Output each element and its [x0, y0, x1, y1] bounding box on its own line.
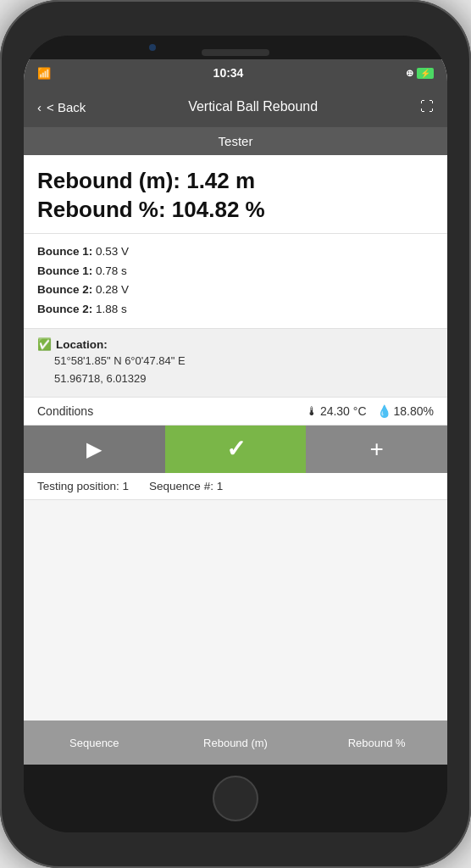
bounce2v-label: Bounce 2:	[37, 283, 92, 296]
bounce1v-label: Bounce 1:	[37, 245, 92, 258]
plus-icon: +	[370, 436, 384, 463]
expand-icon[interactable]: ⛶	[420, 99, 434, 114]
rebound-pct-value: Rebound %: 104.82 %	[37, 196, 434, 225]
control-bar: ▶ ✓ +	[24, 426, 447, 473]
phone-screen: 📶 10:34 ⊕ ⚡ ‹ < Back Vertical Ball Rebou…	[24, 59, 447, 765]
coords-line1: 51°58'1.85" N 6°0'47.84" E	[54, 353, 434, 370]
testing-info: Testing position: 1 Sequence #: 1	[24, 473, 447, 500]
tab-bar: Sequence Rebound (m) Rebound %	[24, 721, 447, 765]
temp-reading: 24.30 °C	[320, 404, 367, 418]
bounce1s-label: Bounce 1:	[37, 264, 92, 277]
confirm-button[interactable]: ✓	[165, 426, 307, 473]
bounce1v-value: 0.53 V	[96, 245, 129, 258]
list-item: Bounce 2: 1.88 s	[37, 300, 434, 320]
sequence-number: Sequence #: 1	[149, 480, 223, 492]
battery-icon: ⚡	[417, 68, 434, 79]
status-right: ⊕ ⚡	[406, 68, 434, 79]
location-title: ✅ Location:	[37, 337, 434, 351]
thermometer-icon: 🌡	[306, 404, 318, 418]
status-time: 10:34	[213, 66, 244, 80]
list-item: Bounce 1: 0.53 V	[37, 242, 434, 262]
nav-title: Vertical Ball Rebound	[188, 99, 318, 114]
tab-sequence-label: Sequence	[69, 737, 119, 749]
check-icon: ✓	[226, 435, 246, 463]
speaker	[202, 49, 269, 56]
play-icon: ▶	[86, 437, 102, 461]
back-chevron-icon: ‹	[37, 100, 42, 114]
list-item: Bounce 1: 0.78 s	[37, 262, 434, 281]
location-block: ✅ Location: 51°58'1.85" N 6°0'47.84" E 5…	[24, 329, 447, 398]
location-check-icon: ✅	[37, 337, 52, 351]
location-coords: 51°58'1.85" N 6°0'47.84" E 51.96718, 6.0…	[37, 353, 434, 388]
tab-rebound-pct[interactable]: Rebound %	[306, 721, 447, 765]
location-status-icon: ⊕	[406, 68, 413, 79]
camera-dot	[149, 44, 156, 51]
temperature-value: 🌡 24.30 °C	[306, 404, 367, 418]
bounce-details: Bounce 1: 0.53 V Bounce 1: 0.78 s Bounce…	[24, 234, 447, 330]
phone-frame: 📶 10:34 ⊕ ⚡ ‹ < Back Vertical Ball Rebou…	[0, 0, 471, 868]
play-button[interactable]: ▶	[24, 426, 165, 473]
humidity-reading: 18.80%	[394, 404, 434, 418]
conditions-values: 🌡 24.30 °C 💧 18.80%	[306, 404, 434, 418]
testing-position: Testing position: 1	[37, 480, 129, 492]
humidity-value: 💧 18.80%	[377, 404, 434, 418]
back-label: < Back	[47, 100, 86, 114]
tab-rebound-m-label: Rebound (m)	[203, 737, 268, 749]
bounce2s-value: 1.88 s	[96, 303, 127, 315]
status-left: 📶	[37, 67, 51, 80]
rebound-m-value: Rebound (m): 1.42 m	[37, 167, 434, 196]
tab-rebound-pct-label: Rebound %	[348, 737, 406, 749]
tester-label: Tester	[219, 134, 253, 148]
conditions-label: Conditions	[37, 404, 299, 418]
tester-section: Tester	[24, 127, 447, 155]
bounce2v-value: 0.28 V	[96, 283, 129, 296]
home-button[interactable]	[213, 776, 258, 821]
list-item: Bounce 2: 0.28 V	[37, 281, 434, 300]
wifi-icon: 📶	[37, 67, 51, 80]
phone-body: 📶 10:34 ⊕ ⚡ ‹ < Back Vertical Ball Rebou…	[24, 36, 447, 832]
main-content: Rebound (m): 1.42 m Rebound %: 104.82 % …	[24, 155, 447, 765]
coords-line2: 51.96718, 6.01329	[54, 370, 434, 388]
location-label: Location:	[56, 338, 108, 351]
nav-bar: ‹ < Back Vertical Ball Rebound ⛶	[24, 86, 447, 127]
phone-notch	[24, 36, 447, 59]
bounce1s-value: 0.78 s	[96, 264, 127, 277]
phone-bottom	[24, 765, 447, 832]
conditions-bar: Conditions 🌡 24.30 °C 💧 18.80%	[24, 398, 447, 426]
status-bar: 📶 10:34 ⊕ ⚡	[24, 59, 447, 86]
back-button[interactable]: ‹ < Back	[37, 100, 86, 114]
tab-rebound-m[interactable]: Rebound (m)	[165, 721, 307, 765]
tab-sequence[interactable]: Sequence	[24, 721, 165, 765]
data-table-area	[24, 500, 447, 721]
bounce2s-label: Bounce 2:	[37, 303, 92, 315]
humidity-icon: 💧	[377, 404, 391, 418]
measurement-block: Rebound (m): 1.42 m Rebound %: 104.82 %	[24, 155, 447, 234]
add-button[interactable]: +	[306, 426, 447, 473]
